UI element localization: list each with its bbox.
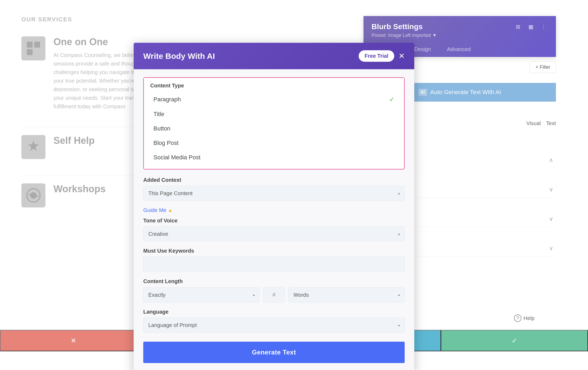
content-type-section: Content Type Paragraph ✓ Title Button Bl… [143,77,405,169]
content-type-blog-post-label: Blog Post [153,140,179,147]
help-button[interactable]: ? Help [514,314,535,322]
tone-of-voice-section: Tone of Voice Creative Professional Casu… [143,218,405,241]
added-context-select[interactable]: This Page Content Custom Content None [143,186,405,201]
ai-modal-header: Write Body With AI Free Trial ✕ [134,43,414,69]
svg-rect-1 [34,42,40,48]
content-type-social-media-label: Social Media Post [153,154,200,161]
ai-modal-header-right: Free Trial ✕ [359,50,405,62]
tab-advanced[interactable]: Advanced [439,43,479,57]
workshops-icon [21,183,45,207]
more-icon[interactable]: ⋮ [539,22,548,31]
language-section: Language Language of Prompt English Span… [143,309,405,333]
workshops-title: Workshops [53,183,106,195]
content-type-item-blog-post[interactable]: Blog Post [150,136,398,150]
guide-me-arrow-icon: ▲ [168,208,172,213]
tone-of-voice-label: Tone of Voice [143,218,405,224]
guide-me-link[interactable]: Guide Me ▲ [143,207,172,213]
content-type-title-label: Title [153,111,164,118]
keywords-input[interactable] [143,257,405,272]
focus-icon[interactable]: ⊞ [514,22,522,31]
hash-symbol: # [263,287,285,302]
added-context-section: Added Context This Page Content Custom C… [143,177,405,201]
unit-select-wrapper: Words Sentences Paragraphs [288,287,405,302]
added-context-label: Added Context [143,177,405,183]
svg-rect-0 [27,42,33,48]
ai-modal-title: Write Body With AI [143,52,215,61]
help-circle-icon: ? [514,314,521,322]
visual-text-toggle: Visual Text [526,120,556,126]
text-label[interactable]: Text [546,120,556,126]
ai-icon: AI [419,89,427,96]
content-type-list: Paragraph ✓ Title Button Blog Post Socia… [144,92,404,169]
blurb-preset[interactable]: Preset: Image Left imported ▼ [372,33,548,38]
guide-me-label: Guide Me [143,207,167,213]
tone-select-wrapper: Creative Professional Casual Formal Frie… [143,226,405,241]
content-length-section: Content Length Exactly At least At most … [143,278,405,302]
unit-select[interactable]: Words Sentences Paragraphs [288,287,405,302]
services-heading: OUR SERVICES [21,16,179,23]
keywords-section: Must Use Keywords [143,248,405,272]
content-type-item-button[interactable]: Button [150,121,398,136]
save-button[interactable]: ✓ [441,330,588,351]
svg-rect-2 [27,49,33,55]
content-type-item-social-media[interactable]: Social Media Post [150,150,398,165]
layout-icon[interactable]: ▦ [527,22,535,31]
blurb-header-icons: ⊞ ▦ ⋮ [514,22,548,31]
free-trial-badge[interactable]: Free Trial [359,50,394,62]
close-button[interactable]: ✕ [399,52,405,60]
added-context-select-wrapper: This Page Content Custom Content None [143,186,405,201]
self-help-title: Self Help [53,135,95,146]
keywords-label: Must Use Keywords [143,248,405,254]
self-help-icon [21,135,45,159]
ai-generate-label: Auto Generate Text With AI [430,89,501,96]
visual-label[interactable]: Visual [526,120,541,126]
content-type-item-paragraph[interactable]: Paragraph ✓ [150,92,398,107]
language-select[interactable]: Language of Prompt English Spanish Frenc… [143,318,405,333]
tone-of-voice-select[interactable]: Creative Professional Casual Formal Frie… [143,226,405,241]
content-length-row: Exactly At least At most # Words Sentenc… [143,287,405,302]
content-type-paragraph-label: Paragraph [153,96,181,103]
filter-button[interactable]: + Filter [530,61,556,73]
ai-modal-body: Content Type Paragraph ✓ Title Button Bl… [134,69,414,370]
content-length-label: Content Length [143,278,405,284]
content-type-item-title[interactable]: Title [150,107,398,121]
help-label: Help [524,315,535,321]
content-type-button-label: Button [153,125,171,132]
content-type-label: Content Type [144,78,404,92]
quantity-select[interactable]: Exactly At least At most [143,287,260,302]
language-select-wrapper: Language of Prompt English Spanish Frenc… [143,318,405,333]
cancel-button[interactable]: ✕ [0,330,147,351]
language-label: Language [143,309,405,315]
ai-modal: Write Body With AI Free Trial ✕ Content … [134,43,414,370]
quantity-select-wrapper: Exactly At least At most [143,287,260,302]
generate-text-button[interactable]: Generate Text [143,342,405,363]
blurb-title: Blurb Settings [372,22,423,31]
check-icon: ✓ [389,96,394,103]
one-on-one-icon [21,36,45,60]
blurb-header-top: Blurb Settings ⊞ ▦ ⋮ [372,22,548,31]
